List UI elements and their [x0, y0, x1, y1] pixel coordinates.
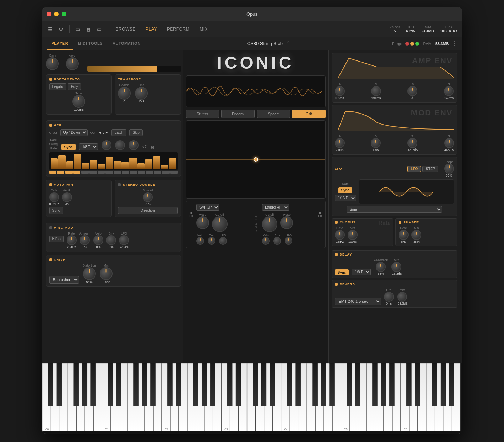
- ring-rate-knob[interactable]: [67, 235, 77, 245]
- grit-button[interactable]: Grit: [292, 110, 326, 118]
- minimize-button[interactable]: [54, 12, 59, 16]
- step-4[interactable]: [74, 154, 81, 169]
- latch-button[interactable]: Latch: [111, 129, 126, 136]
- step-8[interactable]: [106, 157, 113, 169]
- arp-sync-button[interactable]: Sync: [61, 144, 76, 150]
- chorus-led[interactable]: [335, 221, 338, 224]
- skip-button[interactable]: Skip: [129, 129, 142, 136]
- legato-button[interactable]: Legato: [49, 83, 67, 90]
- cutoff2-knob[interactable]: [262, 216, 277, 232]
- step-11[interactable]: [129, 158, 136, 169]
- close-button[interactable]: [47, 12, 51, 16]
- velo-knob[interactable]: [66, 57, 79, 70]
- step-16[interactable]: [169, 158, 176, 169]
- settings-icon[interactable]: ⚙: [57, 25, 65, 33]
- gain-knob[interactable]: [46, 57, 59, 70]
- f1-env-knob[interactable]: [208, 237, 215, 245]
- ring-amount-knob[interactable]: [80, 235, 90, 245]
- step-1[interactable]: [51, 158, 58, 169]
- dream-button[interactable]: Dream: [221, 110, 255, 118]
- ring-velo-knob[interactable]: [93, 235, 103, 245]
- hilow-button[interactable]: Hi/Lo: [49, 236, 64, 242]
- reso2-knob[interactable]: [280, 216, 293, 229]
- f1-velo-knob[interactable]: [196, 237, 204, 245]
- view-icon-2[interactable]: ▦: [85, 25, 93, 33]
- poly-button[interactable]: Poly: [68, 83, 81, 90]
- portamento-led[interactable]: [49, 78, 52, 81]
- step-5[interactable]: [82, 163, 89, 169]
- delay-sync-button[interactable]: Sync: [335, 269, 349, 275]
- lfo-shape-knob[interactable]: [444, 164, 454, 174]
- mod-s-knob[interactable]: [407, 138, 417, 148]
- mod-r-knob[interactable]: [444, 138, 454, 148]
- step-15[interactable]: [161, 165, 168, 169]
- amp-s-knob[interactable]: [407, 86, 417, 96]
- stutter-button[interactable]: Stutter: [186, 110, 219, 118]
- portamento-time-knob[interactable]: [72, 95, 85, 108]
- filter1-dropdown[interactable]: SVF 2P: [196, 204, 219, 211]
- tab-player[interactable]: PLAYER: [47, 37, 73, 50]
- delay-sync-dropdown[interactable]: 1/8 D: [352, 269, 371, 275]
- reso1-knob[interactable]: [196, 216, 209, 229]
- pan-rate-knob[interactable]: [49, 192, 59, 202]
- step-14[interactable]: [153, 156, 160, 169]
- chorus-rate-knob[interactable]: [335, 230, 345, 240]
- delay-mix-knob[interactable]: [391, 262, 401, 272]
- step-10[interactable]: [121, 162, 129, 169]
- delay-led[interactable]: [335, 253, 338, 256]
- chevron-up-down-icon[interactable]: ⌃: [286, 40, 290, 47]
- f2-lfo-knob[interactable]: [285, 237, 292, 245]
- drive-mix-knob[interactable]: [100, 267, 113, 280]
- step-13[interactable]: [145, 159, 152, 169]
- ring-lfo-knob[interactable]: [119, 235, 129, 245]
- delay-feedback-knob[interactable]: [376, 262, 386, 272]
- arp-reset-icon[interactable]: ↺: [142, 143, 147, 150]
- step-12[interactable]: [137, 163, 145, 169]
- step-2[interactable]: [58, 155, 66, 169]
- ring-mod-led[interactable]: [49, 226, 52, 229]
- mod-d-knob[interactable]: [371, 138, 381, 148]
- browse-button[interactable]: BROWSE: [112, 25, 139, 33]
- phaser-mix-knob[interactable]: [411, 230, 421, 240]
- drive-type-dropdown[interactable]: Bitcrusher: [49, 276, 79, 284]
- phaser-led[interactable]: [399, 221, 401, 224]
- chorus-mix-knob[interactable]: [348, 230, 358, 240]
- drive-led[interactable]: [49, 258, 52, 261]
- reverb-type-dropdown[interactable]: EMT 240 1.5 sec: [335, 298, 381, 305]
- play-button[interactable]: PLAY: [142, 25, 161, 33]
- order-dropdown[interactable]: Up / Down: [60, 129, 88, 136]
- xy-cursor[interactable]: [254, 157, 258, 162]
- arp-swing-knob[interactable]: [115, 140, 125, 150]
- tab-midi[interactable]: MIDI TOOLS: [73, 37, 108, 50]
- oct-prev-icon[interactable]: ◄: [98, 131, 102, 135]
- space-button[interactable]: Space: [257, 110, 290, 118]
- fine-knob[interactable]: [135, 87, 148, 100]
- reverb-mix-knob[interactable]: [397, 292, 407, 302]
- lfo-shape-dropdown[interactable]: Sine: [347, 206, 442, 213]
- arp-gate-knob[interactable]: [129, 140, 139, 150]
- arp-target-icon[interactable]: ⊕: [150, 144, 155, 150]
- f1-lfo-knob[interactable]: [219, 237, 227, 245]
- arp-rate-knob[interactable]: [102, 140, 111, 150]
- lfo-sync-button[interactable]: Sync: [338, 187, 353, 193]
- arp-sync-value[interactable]: 1/8 T: [79, 143, 98, 150]
- lfo-rate-dropdown[interactable]: 1/16 D: [335, 195, 356, 201]
- direction-button[interactable]: Direction: [118, 207, 178, 214]
- maximize-button[interactable]: [62, 12, 66, 16]
- stereo-double-led[interactable]: [118, 183, 121, 186]
- oct-next-icon[interactable]: ►: [105, 131, 109, 135]
- more-options-icon[interactable]: ⋮: [452, 40, 458, 47]
- cutoff1-knob[interactable]: [212, 216, 228, 232]
- auto-pan-led[interactable]: [49, 183, 52, 186]
- mod-a-knob[interactable]: [335, 138, 345, 148]
- coarse-knob[interactable]: [118, 87, 131, 100]
- view-icon-3[interactable]: ▭: [95, 25, 103, 33]
- reverb-led[interactable]: [335, 283, 338, 286]
- reverb-pre-knob[interactable]: [384, 292, 394, 302]
- mix-button[interactable]: MIX: [196, 25, 211, 33]
- amp-d-knob[interactable]: [371, 86, 381, 96]
- step-mode-button[interactable]: STEP: [422, 166, 438, 172]
- hp-led[interactable]: ■: [190, 211, 192, 215]
- spread-knob[interactable]: [143, 192, 153, 202]
- arp-led[interactable]: [49, 124, 52, 127]
